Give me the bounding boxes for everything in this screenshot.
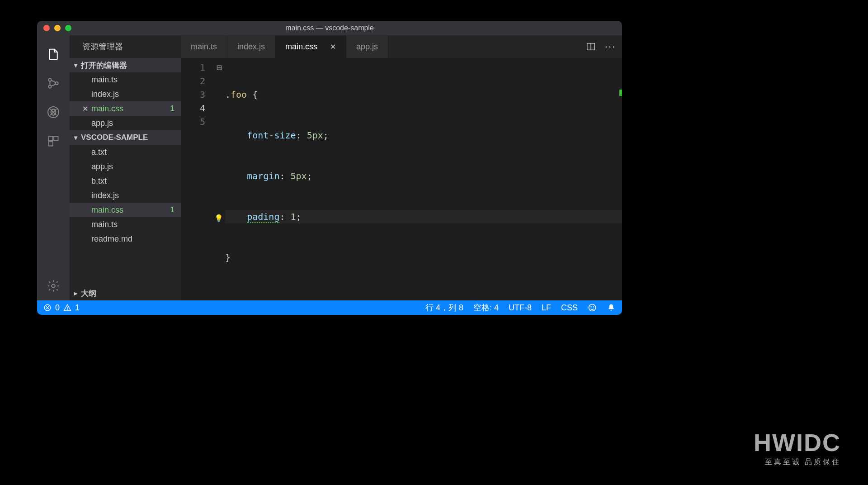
traffic-lights	[37, 25, 71, 31]
indentation[interactable]: 空格: 4	[473, 302, 499, 313]
svg-point-14	[589, 304, 596, 311]
open-editors-header[interactable]: ▾ 打开的编辑器	[70, 58, 181, 72]
tab-app-js[interactable]: app.js	[346, 35, 388, 58]
notifications-bell-icon[interactable]	[607, 303, 616, 312]
code-content[interactable]: .foo { font-size: 5px; margin: 5px; 💡 pa…	[225, 58, 622, 300]
svg-rect-5	[49, 137, 53, 141]
file-item[interactable]: main.css 1	[70, 203, 181, 217]
svg-point-15	[591, 307, 591, 307]
minimize-window-button[interactable]	[54, 25, 61, 31]
eol[interactable]: LF	[542, 303, 551, 313]
outline-label: 大纲	[81, 288, 96, 299]
settings-gear-icon[interactable]	[37, 271, 70, 300]
warning-count[interactable]: 1	[75, 303, 80, 313]
debug-icon[interactable]	[37, 98, 70, 127]
file-item[interactable]: app.js	[70, 159, 181, 174]
tab-main-css[interactable]: main.css ✕	[275, 35, 346, 58]
watermark-logo: HWIDC	[754, 428, 841, 456]
encoding[interactable]: UTF-8	[509, 303, 532, 313]
extensions-icon[interactable]	[37, 127, 70, 156]
tab-label: index.js	[237, 42, 265, 52]
file-name: readme.md	[91, 234, 132, 244]
file-name: index.js	[91, 191, 119, 200]
line-number: 4	[181, 101, 205, 115]
css-value: 5px	[291, 171, 307, 181]
file-item[interactable]: readme.md	[70, 232, 181, 246]
tab-label: main.ts	[191, 42, 217, 52]
outline-header[interactable]: ▸ 大纲	[70, 286, 181, 300]
svg-rect-6	[54, 137, 58, 141]
file-name: a.txt	[91, 147, 107, 157]
warnings-icon[interactable]	[63, 304, 71, 312]
svg-rect-7	[49, 142, 53, 146]
errors-icon[interactable]	[43, 304, 52, 312]
open-editor-item[interactable]: app.js	[70, 116, 181, 130]
file-name: app.js	[91, 119, 113, 128]
source-control-icon[interactable]	[37, 69, 70, 98]
svg-point-8	[52, 284, 55, 288]
sidebar-title: 资源管理器	[70, 35, 181, 58]
lightbulb-icon[interactable]: 💡	[214, 212, 223, 225]
feedback-smiley-icon[interactable]	[588, 303, 597, 312]
tab-main-ts[interactable]: main.ts	[181, 35, 227, 58]
line-number: 3	[181, 88, 205, 101]
css-value: 1	[291, 211, 296, 222]
file-item[interactable]: index.js	[70, 188, 181, 203]
code-editor[interactable]: 1 2 3 4 5 ⊟ .foo { font-size: 5px; margi…	[181, 58, 622, 300]
vscode-window: main.css — vscode-sample 资源管理器 ▾	[37, 21, 622, 315]
chevron-down-icon: ▾	[74, 62, 77, 69]
svg-point-0	[48, 78, 51, 81]
open-editors-label: 打开的编辑器	[81, 60, 127, 71]
window-title: main.css — vscode-sample	[37, 24, 622, 32]
chevron-down-icon: ▾	[74, 134, 77, 141]
close-icon[interactable]: ✕	[330, 43, 336, 51]
css-property-warning: pading	[247, 211, 279, 223]
line-number: 1	[181, 61, 205, 74]
maximize-window-button[interactable]	[65, 25, 71, 31]
tab-label: app.js	[356, 42, 378, 52]
watermark-tagline: 至真至诚 品质保住	[754, 457, 841, 467]
file-item[interactable]: main.ts	[70, 217, 181, 232]
svg-point-16	[593, 307, 594, 307]
open-editor-item[interactable]: main.ts	[70, 72, 181, 87]
css-property: margin	[247, 171, 279, 181]
open-editor-item[interactable]: index.js	[70, 87, 181, 101]
split-editor-icon[interactable]	[586, 42, 596, 52]
editor-area: main.ts index.js main.css ✕ app.js ··· 1	[181, 35, 622, 300]
language-mode[interactable]: CSS	[561, 303, 578, 313]
brace: {	[247, 89, 258, 100]
file-name: app.js	[91, 162, 113, 171]
activity-bar	[37, 35, 70, 300]
file-name: main.css	[91, 205, 123, 215]
fold-gutter: ⊟	[213, 58, 225, 300]
explorer-icon[interactable]	[37, 40, 70, 69]
file-item[interactable]: a.txt	[70, 145, 181, 159]
workspace-header[interactable]: ▾ VSCODE-SAMPLE	[70, 130, 181, 145]
svg-point-1	[48, 85, 51, 88]
tab-index-js[interactable]: index.js	[227, 35, 275, 58]
svg-point-2	[55, 82, 58, 85]
scroll-marker	[619, 90, 622, 96]
error-count[interactable]: 0	[55, 303, 60, 313]
svg-point-13	[67, 309, 68, 310]
css-selector: .foo	[225, 89, 247, 100]
cursor-position[interactable]: 行 4，列 8	[425, 302, 463, 313]
line-number-gutter: 1 2 3 4 5	[181, 58, 213, 300]
brace: }	[225, 252, 231, 263]
open-editor-item[interactable]: ✕ main.css 1	[70, 101, 181, 116]
fold-icon[interactable]: ⊟	[213, 61, 225, 74]
line-number: 2	[181, 74, 205, 88]
css-property: font-size	[247, 130, 296, 141]
status-bar: 0 1 行 4，列 8 空格: 4 UTF-8 LF CSS	[37, 300, 622, 315]
file-name: b.txt	[91, 176, 107, 186]
file-item[interactable]: b.txt	[70, 174, 181, 188]
modified-badge: 1	[170, 205, 175, 214]
close-window-button[interactable]	[43, 25, 50, 31]
file-name: main.css	[91, 104, 123, 114]
modified-badge: 1	[170, 104, 175, 113]
tab-label: main.css	[285, 42, 317, 52]
more-actions-icon[interactable]: ···	[605, 41, 616, 52]
close-icon[interactable]: ✕	[82, 105, 88, 113]
chevron-right-icon: ▸	[74, 290, 77, 297]
line-number: 5	[181, 115, 205, 128]
